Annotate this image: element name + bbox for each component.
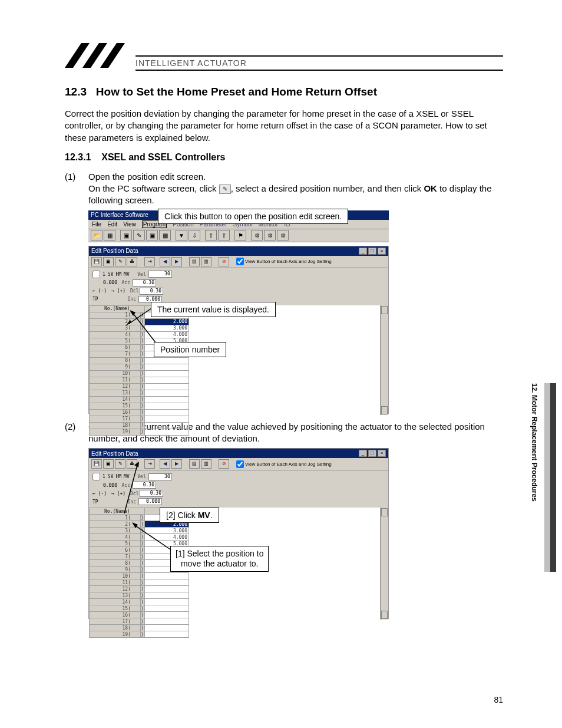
table-row[interactable]: 10()	[90, 370, 189, 377]
table-row[interactable]: 11()	[90, 377, 189, 383]
table-row[interactable]: 2()2.000	[90, 318, 189, 325]
tb-goto-icon-b[interactable]: ⇥	[144, 459, 155, 469]
minimize-button-b[interactable]: _	[359, 450, 367, 457]
tb-edit-icon[interactable]: ✎	[115, 257, 125, 266]
toolbar-btn-a[interactable]: ▣	[120, 230, 132, 241]
table-row[interactable]: 18()	[90, 422, 189, 429]
menu-file[interactable]: File	[92, 221, 101, 228]
tb-print-icon-b[interactable]: 🖶	[127, 459, 137, 469]
view-axis-checkbox-b[interactable]	[236, 460, 244, 468]
tb-write-icon-b[interactable]: ▣	[103, 459, 114, 469]
table-row[interactable]: 12()	[90, 586, 189, 592]
toolbar-position-edit-icon[interactable]: ✎	[133, 230, 145, 241]
toolbar-dn2-icon[interactable]: ⇩	[189, 230, 200, 241]
mv-button-b[interactable]: MV	[124, 474, 130, 479]
scroll-up-button-b[interactable]	[381, 508, 388, 516]
tb-prev-icon[interactable]: ◀	[160, 257, 170, 266]
tb-edit-icon-b[interactable]: ✎	[115, 459, 125, 469]
tb-clip1-icon-b[interactable]: ▤	[189, 459, 200, 469]
hm-button-b[interactable]: HM	[115, 474, 121, 479]
tb-next-icon[interactable]: ▶	[171, 257, 182, 266]
close-button-b[interactable]: ×	[378, 450, 386, 457]
tp-button-b[interactable]: TP	[92, 499, 109, 505]
position-table-a[interactable]: No.(Name)Axis11()1.0002()2.0003()3.0004(…	[89, 305, 189, 436]
table-row[interactable]: 3()3.000	[90, 325, 189, 331]
tb-clip2-icon-b[interactable]: ▥	[201, 459, 211, 469]
hm-button[interactable]: HM	[115, 272, 121, 277]
scroll-down-button-b[interactable]	[381, 611, 388, 619]
tb-stop-icon[interactable]: ⊘	[219, 257, 229, 266]
sv-button[interactable]: SV	[108, 272, 114, 277]
acc-field[interactable]: 0.30	[133, 279, 156, 286]
table-row[interactable]: 16()	[90, 612, 189, 618]
tb-next-icon-b[interactable]: ▶	[171, 459, 182, 469]
tb-write-icon[interactable]: ▣	[103, 257, 114, 266]
toolbar-open-icon[interactable]: 📂	[91, 230, 103, 241]
acc-field-b[interactable]: 0.30	[133, 482, 156, 489]
table-row[interactable]: 15()	[90, 403, 189, 409]
vel-field[interactable]: 30	[148, 271, 172, 278]
table-row[interactable]: 14()	[90, 396, 189, 403]
scroll-up-button[interactable]	[381, 306, 388, 314]
table-row[interactable]: 8()	[90, 357, 189, 364]
table-row[interactable]: 11()	[90, 579, 189, 586]
table-row[interactable]: 13()	[90, 390, 189, 396]
scroll-down-button[interactable]	[381, 406, 388, 414]
table-row[interactable]: 17()	[90, 618, 189, 625]
dcl-field-b[interactable]: 0.30	[140, 490, 163, 497]
table-row[interactable]: 16()	[90, 409, 189, 416]
inc-field-b[interactable]: 0.000	[138, 498, 162, 505]
table-row[interactable]: 10()	[90, 573, 189, 579]
tb-prev-icon-b[interactable]: ◀	[160, 459, 170, 469]
table-row[interactable]: 4()4.000	[90, 331, 189, 338]
axis1-checkbox[interactable]	[92, 271, 100, 278]
tp-button[interactable]: TP	[92, 297, 109, 302]
position-table-b[interactable]: No.(Name)Axis11()1.0002()2.0003()3.0004(…	[89, 508, 189, 638]
jog-back-button[interactable]: ← (-)	[92, 288, 109, 294]
tb-stop-icon-b[interactable]: ⊘	[219, 459, 229, 469]
table-row[interactable]: 9()	[90, 364, 189, 370]
table-row[interactable]: 19()	[90, 429, 189, 435]
sv-button-b[interactable]: SV	[108, 474, 114, 479]
axis1-checkbox-b[interactable]	[92, 473, 100, 480]
maximize-button-b[interactable]: □	[368, 450, 376, 457]
toolbar-gear2-icon[interactable]: ⚙	[264, 230, 276, 241]
minimize-button[interactable]: _	[359, 248, 367, 255]
table-row[interactable]: 13()	[90, 592, 189, 599]
toolbar-up-icon[interactable]: ⇧	[205, 230, 217, 241]
tb-clip2-icon[interactable]: ▥	[201, 257, 211, 266]
table-row[interactable]: 17()	[90, 416, 189, 422]
table-row[interactable]: 4()4.000	[90, 534, 189, 541]
table-row[interactable]: 18()	[90, 625, 189, 631]
jog-fwd-button-b[interactable]: → (+)	[111, 491, 128, 496]
tb-save-icon[interactable]: 💾	[91, 257, 102, 266]
mv-button[interactable]: MV	[124, 272, 130, 277]
close-button[interactable]: ×	[378, 248, 386, 255]
dcl-field[interactable]: 0.30	[140, 288, 163, 295]
jog-fwd-button[interactable]: → (+)	[111, 288, 128, 294]
tb-save-icon-b[interactable]: 💾	[91, 459, 102, 469]
toolbar-gear1-icon[interactable]: ⚙	[251, 230, 263, 241]
toolbar-btn-d[interactable]: ▦	[159, 230, 171, 241]
view-axis-checkbox[interactable]	[236, 258, 244, 265]
vel-field-b[interactable]: 30	[148, 473, 172, 480]
scrollbar[interactable]	[380, 305, 388, 415]
scrollbar-b[interactable]	[380, 508, 388, 620]
table-row[interactable]: 19()	[90, 631, 189, 638]
tb-clip1-icon[interactable]: ▤	[189, 257, 200, 266]
table-row[interactable]: 12()	[90, 383, 189, 390]
table-row[interactable]: 14()	[90, 599, 189, 605]
toolbar-gear3-icon[interactable]: ⚙	[277, 230, 289, 241]
position-edit-icon[interactable]: ✎	[219, 185, 231, 194]
tb-goto-icon[interactable]: ⇥	[144, 257, 155, 266]
toolbar-flag-icon[interactable]: ⚑	[234, 230, 246, 241]
table-row[interactable]: 3()3.000	[90, 528, 189, 534]
menu-edit[interactable]: Edit	[107, 221, 117, 228]
menu-view[interactable]: View	[123, 221, 136, 228]
maximize-button[interactable]: □	[368, 248, 376, 255]
table-row[interactable]: 15()	[90, 605, 189, 612]
jog-back-button-b[interactable]: ← (-)	[92, 491, 109, 496]
tb-print-icon[interactable]: 🖶	[127, 257, 137, 266]
toolbar-save-icon[interactable]: ▦	[104, 230, 115, 241]
toolbar-down-icon[interactable]: ▼	[176, 230, 187, 241]
